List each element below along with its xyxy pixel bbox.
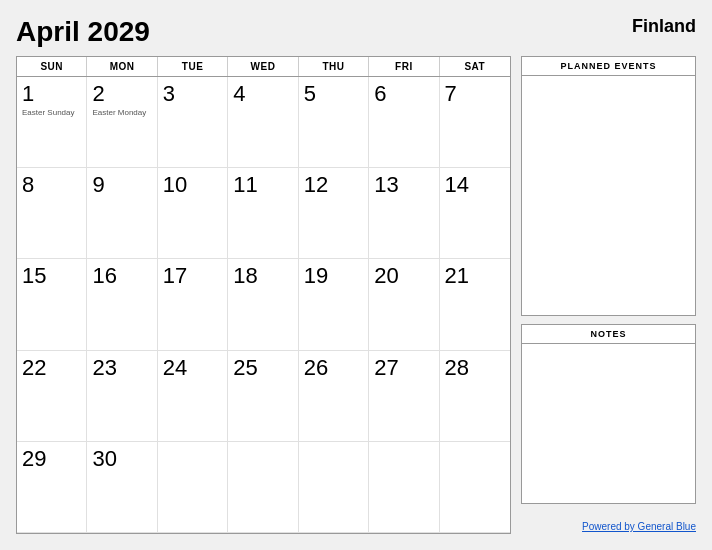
day-cell: 18 <box>228 259 298 350</box>
day-cell: 21 <box>440 259 510 350</box>
day-number: 24 <box>163 356 222 380</box>
day-cell <box>158 442 228 533</box>
day-number: 29 <box>22 447 81 471</box>
planned-events-header: PLANNED EVENTS <box>522 57 695 76</box>
day-cell: 20 <box>369 259 439 350</box>
day-header-wed: WED <box>228 57 298 76</box>
day-header-fri: FRI <box>369 57 439 76</box>
day-number: 17 <box>163 264 222 288</box>
day-number: 12 <box>304 173 363 197</box>
calendar-section: SUNMONTUEWEDTHUFRISAT 1Easter Sunday2Eas… <box>16 56 511 534</box>
day-number: 13 <box>374 173 433 197</box>
day-cell <box>299 442 369 533</box>
footer: Powered by General Blue <box>521 512 696 534</box>
right-panel: PLANNED EVENTS NOTES Powered by General … <box>521 56 696 534</box>
day-number: 28 <box>445 356 505 380</box>
day-number: 27 <box>374 356 433 380</box>
planned-events-box: PLANNED EVENTS <box>521 56 696 316</box>
day-cell: 11 <box>228 168 298 259</box>
day-number: 11 <box>233 173 292 197</box>
day-number: 15 <box>22 264 81 288</box>
country-label: Finland <box>632 16 696 37</box>
day-number: 21 <box>445 264 505 288</box>
day-cell: 12 <box>299 168 369 259</box>
day-header-tue: TUE <box>158 57 228 76</box>
powered-by-link[interactable]: Powered by General Blue <box>582 521 696 532</box>
day-cell: 1Easter Sunday <box>17 77 87 168</box>
day-cell: 25 <box>228 351 298 442</box>
day-number: 25 <box>233 356 292 380</box>
page-title: April 2029 <box>16 16 150 48</box>
day-cell: 4 <box>228 77 298 168</box>
day-number: 5 <box>304 82 363 106</box>
day-cell: 23 <box>87 351 157 442</box>
day-cell: 14 <box>440 168 510 259</box>
day-header-thu: THU <box>299 57 369 76</box>
day-cell: 19 <box>299 259 369 350</box>
calendar-grid: 1Easter Sunday2Easter Monday345678910111… <box>17 77 510 533</box>
day-cell: 16 <box>87 259 157 350</box>
day-cell: 28 <box>440 351 510 442</box>
day-cell: 26 <box>299 351 369 442</box>
day-number: 4 <box>233 82 292 106</box>
day-number: 10 <box>163 173 222 197</box>
day-cell: 27 <box>369 351 439 442</box>
day-cell: 22 <box>17 351 87 442</box>
holiday-label: Easter Sunday <box>22 108 81 118</box>
day-number: 2 <box>92 82 151 106</box>
day-cell: 29 <box>17 442 87 533</box>
day-header-mon: MON <box>87 57 157 76</box>
day-cell <box>440 442 510 533</box>
day-cell: 30 <box>87 442 157 533</box>
day-cell <box>228 442 298 533</box>
notes-content <box>522 344 695 503</box>
main-area: SUNMONTUEWEDTHUFRISAT 1Easter Sunday2Eas… <box>16 56 696 534</box>
day-header-sun: SUN <box>17 57 87 76</box>
day-number: 1 <box>22 82 81 106</box>
day-cell: 3 <box>158 77 228 168</box>
day-number: 26 <box>304 356 363 380</box>
calendar-page: April 2029 Finland SUNMONTUEWEDTHUFRISAT… <box>0 0 712 550</box>
day-cell: 13 <box>369 168 439 259</box>
day-cell: 10 <box>158 168 228 259</box>
day-number: 6 <box>374 82 433 106</box>
day-cell: 24 <box>158 351 228 442</box>
day-cell: 5 <box>299 77 369 168</box>
day-cell: 8 <box>17 168 87 259</box>
day-number: 7 <box>445 82 505 106</box>
notes-box: NOTES <box>521 324 696 504</box>
day-number: 22 <box>22 356 81 380</box>
day-number: 16 <box>92 264 151 288</box>
day-number: 3 <box>163 82 222 106</box>
day-number: 20 <box>374 264 433 288</box>
holiday-label: Easter Monday <box>92 108 151 118</box>
notes-header: NOTES <box>522 325 695 344</box>
day-cell: 15 <box>17 259 87 350</box>
day-cell: 7 <box>440 77 510 168</box>
day-cell: 9 <box>87 168 157 259</box>
day-cell <box>369 442 439 533</box>
day-number: 19 <box>304 264 363 288</box>
day-number: 14 <box>445 173 505 197</box>
day-header-sat: SAT <box>440 57 510 76</box>
day-number: 23 <box>92 356 151 380</box>
day-cell: 2Easter Monday <box>87 77 157 168</box>
day-number: 18 <box>233 264 292 288</box>
day-cell: 6 <box>369 77 439 168</box>
header: April 2029 Finland <box>16 16 696 48</box>
day-number: 9 <box>92 173 151 197</box>
day-cell: 17 <box>158 259 228 350</box>
planned-events-content <box>522 76 695 315</box>
day-number: 30 <box>92 447 151 471</box>
day-headers-row: SUNMONTUEWEDTHUFRISAT <box>17 57 510 77</box>
day-number: 8 <box>22 173 81 197</box>
